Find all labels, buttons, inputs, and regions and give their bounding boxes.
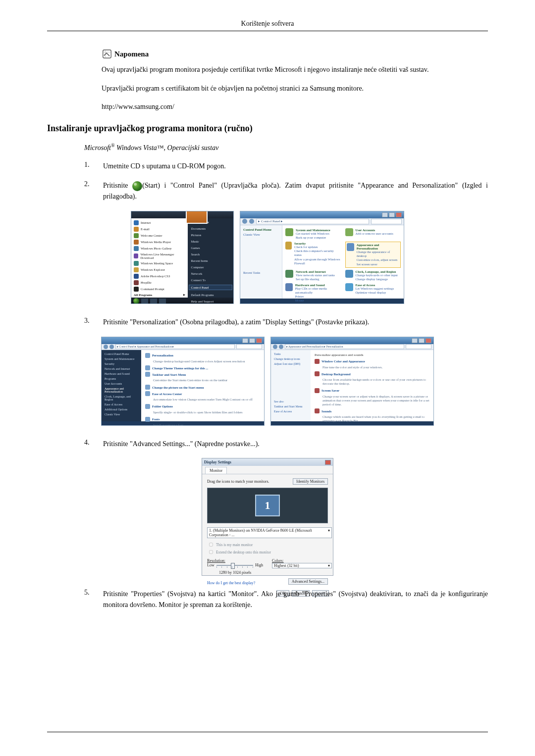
screenshot-start-menu: Internet E-mail Welcome Center Windows M… xyxy=(131,211,234,304)
identify-monitors-button[interactable]: Identify Monitors xyxy=(293,478,328,485)
resolution-slider[interactable]: Low High xyxy=(207,563,263,567)
subtitle: Microsoft® Windows Vista™, Operacijski s… xyxy=(84,143,488,152)
advanced-settings-button[interactable]: Advanced Settings... xyxy=(288,578,328,585)
section-title: Instaliranje upravljačkog programa monit… xyxy=(47,123,488,134)
step-1: 1. Umetnite CD s uputama u CD-ROM pogon. xyxy=(84,161,488,172)
note-icon xyxy=(102,49,112,59)
main-monitor-checkbox: This is my main monitor xyxy=(207,541,328,548)
monitor-thumbnail[interactable]: 1 xyxy=(255,495,280,516)
step-5: 5. Pritisnite "Properties" (Svojstva) na… xyxy=(84,589,488,610)
note-heading: Napomena xyxy=(102,49,488,59)
note-paragraph-2: Upravljački program s certifikatom bit ć… xyxy=(102,83,488,94)
screenshot-display-settings: Display Settings Monitor Drag the icons … xyxy=(202,458,333,576)
screenshot-personalization-right: ▸ Appearance and Personalization ▸ Perso… xyxy=(270,337,434,426)
note-paragraph-1: Ovaj upravljački program monitora posjed… xyxy=(102,64,488,75)
best-display-link[interactable]: How do I get the best display? xyxy=(207,581,255,585)
windows-start-icon xyxy=(132,181,142,191)
screenshot-personalization-left: ▸ Control Panel ▸ Appearance and Persona… xyxy=(101,337,265,426)
tab-monitor[interactable]: Monitor xyxy=(205,467,227,474)
monitor-select[interactable]: 1. (Multiple Monitors) on NVIDIA GeForce… xyxy=(207,527,332,538)
step-4: 4. Pritisnite "Advanced Settings..." (Na… xyxy=(84,439,488,450)
page-header: Korištenje softvera xyxy=(47,20,488,31)
footer-rule xyxy=(47,732,488,732)
colors-select[interactable]: Highest (32 bit)▾ xyxy=(272,563,332,568)
note-url: http://www.samsung.com/ xyxy=(102,101,488,112)
screenshot-control-panel: ▸ Control Panel ▸ Control Panel Home Cla… xyxy=(240,211,404,304)
step-3: 3. Pritisnite "Personalization" (Osobna … xyxy=(84,317,488,328)
step-2: 2. Pritisnite (Start) i "Control Panel" … xyxy=(84,180,488,202)
extend-desktop-checkbox: Extend the desktop onto this monitor xyxy=(207,549,328,555)
note-title: Napomena xyxy=(114,50,149,58)
